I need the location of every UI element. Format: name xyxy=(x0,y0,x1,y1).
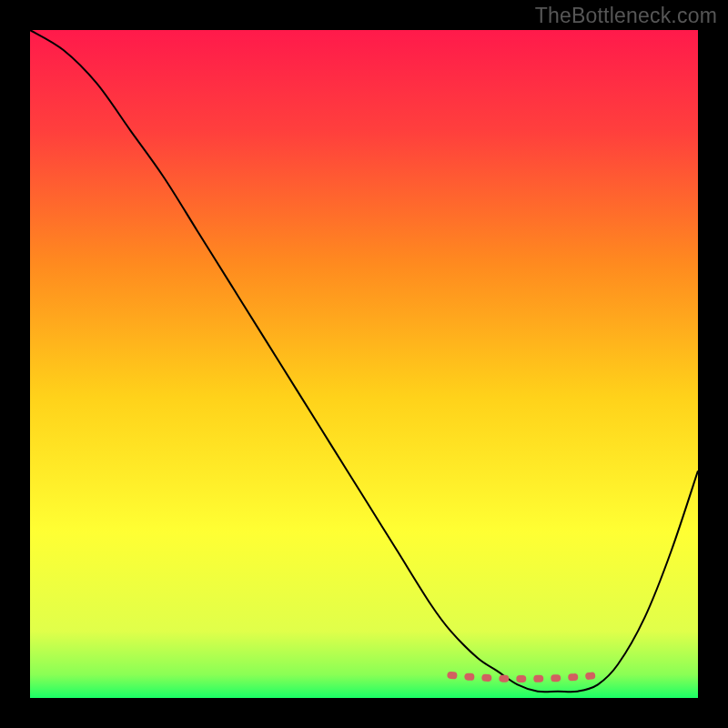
chart-frame: TheBottleneck.com xyxy=(0,0,728,728)
watermark-text: TheBottleneck.com xyxy=(535,4,717,28)
bottleneck-curve-chart xyxy=(30,30,698,698)
optimal-range-marker xyxy=(450,675,597,679)
